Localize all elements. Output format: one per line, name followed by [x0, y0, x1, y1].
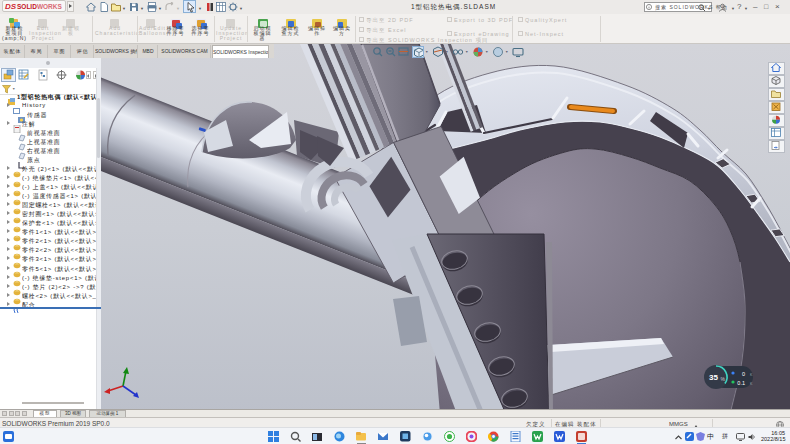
svg-text:%: % — [721, 376, 726, 382]
svg-text:0: 0 — [742, 371, 745, 377]
svg-text:0.1: 0.1 — [737, 380, 745, 386]
svg-text:35: 35 — [709, 373, 718, 382]
